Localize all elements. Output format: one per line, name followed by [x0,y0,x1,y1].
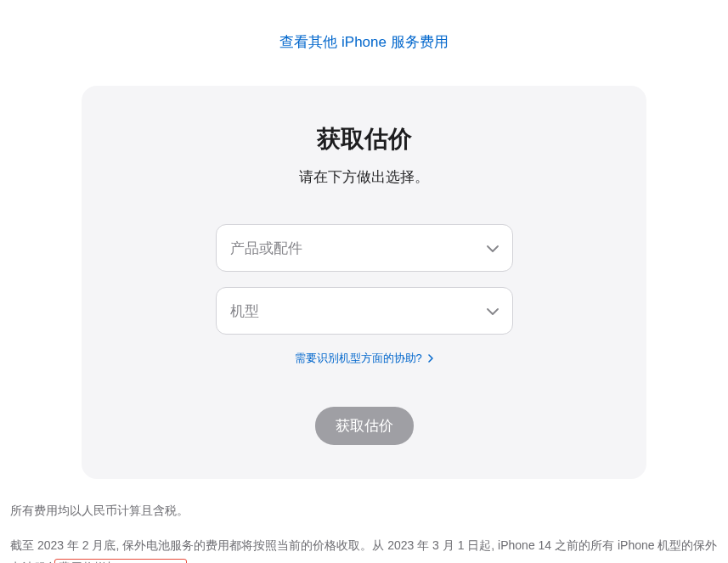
footer-paragraph-1: 所有费用均以人民币计算且含税。 [10,499,718,522]
chevron-right-icon [428,352,433,365]
other-services-link[interactable]: 查看其他 iPhone 服务费用 [279,34,448,50]
product-select[interactable]: 产品或配件 [216,224,513,272]
model-help-link[interactable]: 需要识别机型方面的协助? [295,352,434,364]
card-title: 获取估价 [116,123,612,155]
footer-text: 所有费用均以人民币计算且含税。 截至 2023 年 2 月底, 保外电池服务的费… [0,479,728,563]
footer-paragraph-2: 截至 2023 年 2 月底, 保外电池服务的费用都将按照当前的价格收取。从 2… [10,534,718,563]
model-select[interactable]: 机型 [216,287,513,335]
product-select-placeholder: 产品或配件 [230,239,302,258]
model-help-text: 需要识别机型方面的协助? [295,352,422,364]
card-subtitle: 请在下方做出选择。 [116,167,612,187]
model-select-placeholder: 机型 [230,301,259,321]
estimate-card: 获取估价 请在下方做出选择。 产品或配件 机型 需要识别机型方面的协助? [82,86,646,479]
price-increase-highlight: 费用将增加 RMB 169。 [54,559,187,563]
chevron-down-icon [487,302,499,319]
get-estimate-button[interactable]: 获取估价 [315,407,414,445]
chevron-down-icon [487,239,499,256]
